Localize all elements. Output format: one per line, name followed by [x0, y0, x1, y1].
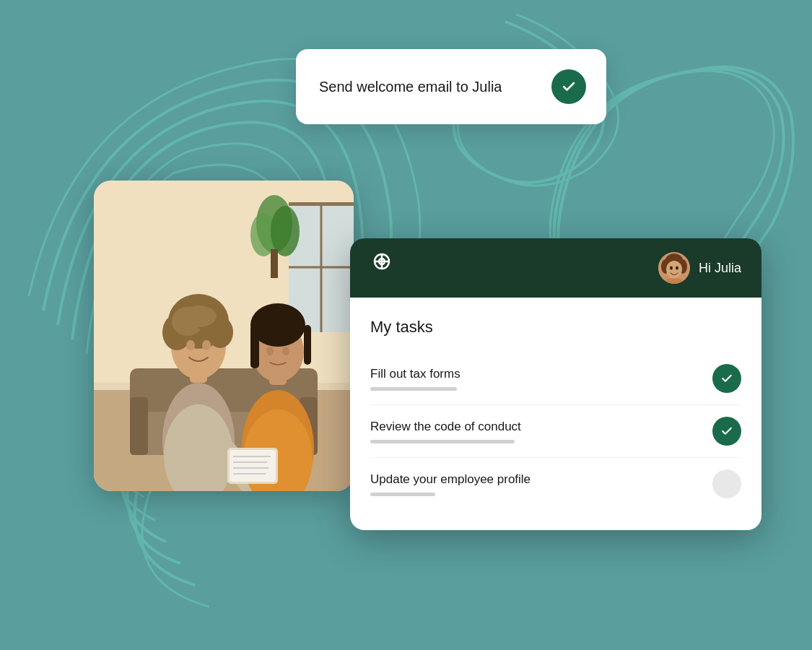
task-progress-tax-forms: [370, 387, 457, 391]
task-complete-check-welcome[interactable]: [551, 69, 586, 104]
svg-point-35: [266, 347, 274, 355]
svg-point-52: [670, 266, 673, 270]
app-logo: [370, 251, 393, 285]
app-header: Hi Julia: [350, 238, 761, 298]
svg-rect-13: [130, 397, 148, 455]
task-name-tax-forms: Fill out tax forms: [370, 367, 704, 381]
task-info-employee-profile: Update your employee profile: [370, 472, 704, 496]
task-check-tax-forms[interactable]: [712, 364, 741, 393]
task-row-tax-forms[interactable]: Fill out tax forms: [370, 352, 741, 405]
svg-rect-33: [250, 325, 259, 368]
header-right: Hi Julia: [658, 252, 741, 284]
greeting-text: Hi Julia: [699, 261, 741, 276]
task-title-welcome: Send welcome email to Julia: [319, 79, 502, 95]
svg-rect-34: [304, 325, 311, 365]
svg-point-36: [282, 347, 289, 355]
svg-point-26: [202, 340, 211, 350]
task-info-code-conduct: Review the code of conduct: [370, 420, 704, 443]
svg-point-51: [666, 261, 682, 278]
svg-rect-38: [230, 450, 276, 482]
task-progress-code-conduct: [370, 440, 515, 443]
task-name-code-conduct: Review the code of conduct: [370, 420, 704, 434]
svg-point-25: [186, 340, 195, 350]
task-check-code-conduct[interactable]: [712, 417, 741, 446]
app-panel: Hi Julia My tasks Fill out tax forms Rev…: [350, 238, 761, 530]
app-content: My tasks Fill out tax forms Review the c…: [350, 298, 761, 530]
task-check-employee-profile[interactable]: [712, 469, 741, 498]
photo-card: [94, 181, 354, 491]
task-info-tax-forms: Fill out tax forms: [370, 367, 704, 391]
photo-scene: [94, 181, 354, 491]
task-row-employee-profile[interactable]: Update your employee profile: [370, 458, 741, 510]
svg-rect-9: [271, 249, 278, 278]
svg-point-24: [180, 306, 217, 327]
task-row-code-conduct[interactable]: Review the code of conduct: [370, 405, 741, 458]
svg-point-8: [271, 206, 300, 256]
task-progress-employee-profile: [370, 493, 435, 496]
svg-point-53: [676, 266, 678, 270]
my-tasks-title: My tasks: [370, 318, 741, 337]
task-name-employee-profile: Update your employee profile: [370, 472, 704, 487]
task-card-welcome-email: Send welcome email to Julia: [296, 49, 606, 124]
avatar: [658, 252, 690, 284]
